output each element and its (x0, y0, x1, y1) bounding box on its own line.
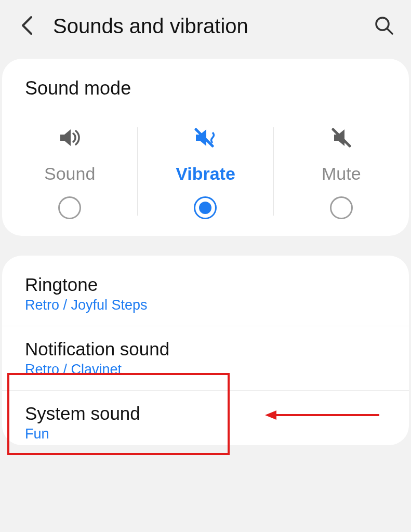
search-icon (374, 15, 394, 37)
sound-settings-card: Ringtone Retro / Joyful Steps Notificati… (2, 256, 409, 445)
sound-mode-label: Mute (322, 164, 361, 184)
page-title: Sounds and vibration (53, 15, 358, 38)
speaker-icon (56, 124, 83, 151)
setting-item-notification-sound[interactable]: Notification sound Retro / Clavinet (2, 326, 409, 391)
sound-mode-options: Sound Vibrate (2, 112, 409, 219)
sound-mode-label: Vibrate (176, 164, 235, 184)
sound-mode-option-mute[interactable]: Mute (274, 124, 409, 219)
setting-item-subtitle: Retro / Joyful Steps (25, 297, 386, 313)
sound-mode-option-vibrate[interactable]: Vibrate (138, 124, 273, 219)
setting-item-title: Ringtone (25, 274, 386, 295)
app-header: Sounds and vibration (0, 0, 411, 54)
setting-item-title: System sound (25, 403, 386, 424)
radio-unchecked-icon (58, 196, 81, 219)
speaker-mute-icon (328, 124, 355, 151)
setting-item-title: Notification sound (25, 339, 386, 360)
setting-item-subtitle: Fun (25, 426, 386, 442)
sound-mode-label: Sound (44, 164, 95, 184)
search-button[interactable] (373, 15, 395, 38)
svg-line-1 (387, 29, 392, 34)
radio-checked-icon (194, 196, 217, 219)
setting-item-ringtone[interactable]: Ringtone Retro / Joyful Steps (2, 262, 409, 326)
vibrate-icon (192, 124, 219, 151)
sound-mode-option-sound[interactable]: Sound (2, 124, 137, 219)
setting-item-system-sound[interactable]: System sound Fun (2, 391, 409, 445)
sound-mode-card: Sound mode Sound (2, 59, 409, 236)
chevron-left-icon (20, 15, 34, 37)
back-button[interactable] (16, 15, 38, 38)
radio-unchecked-icon (330, 196, 353, 219)
sound-mode-title: Sound mode (2, 77, 409, 112)
setting-item-subtitle: Retro / Clavinet (25, 362, 386, 378)
